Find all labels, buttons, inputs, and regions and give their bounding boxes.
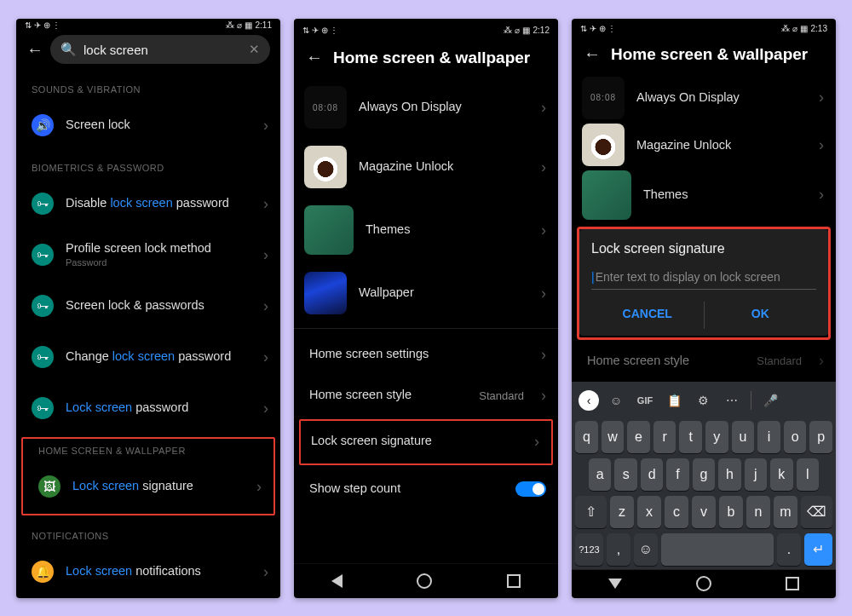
dialog-buttons: CANCEL OK — [591, 302, 816, 329]
nav-recent-icon[interactable] — [786, 577, 799, 590]
canvas: ⇅ ✈ ⊕ ⋮ ⁂ ⌀ ▦ 2:11 ← 🔍 lock screen ✕ SOU… — [0, 0, 852, 616]
biometrics-list: 🗝 Disable lock screen password › 🗝 Profi… — [16, 178, 280, 434]
row-wallpaper[interactable]: Wallpaper › — [294, 263, 558, 323]
row-screen-lock[interactable]: 🔊 Screen lock › — [16, 100, 280, 151]
key-d[interactable]: d — [641, 458, 663, 491]
back-button[interactable]: ← — [26, 40, 42, 60]
key-s[interactable]: s — [614, 458, 636, 491]
section-notifications: NOTIFICATIONS — [16, 519, 280, 546]
row-magazine-unlock[interactable]: Magazine Unlock › — [572, 122, 836, 169]
ok-button[interactable]: OK — [705, 302, 817, 329]
status-time: 2:13 — [811, 24, 827, 33]
key-g[interactable]: g — [693, 458, 715, 491]
row-label: Always On Display — [359, 100, 529, 114]
key-f[interactable]: f — [666, 458, 688, 491]
key-l[interactable]: l — [797, 458, 819, 491]
row-themes[interactable]: Themes › — [294, 197, 558, 263]
key-shift[interactable]: ⇧ — [575, 496, 607, 528]
nav-back-icon[interactable] — [331, 574, 343, 588]
key-y[interactable]: y — [705, 421, 728, 453]
chevron-right-icon: › — [263, 117, 268, 135]
page-title: Home screen & wallpaper — [611, 45, 808, 64]
row-screen-lock-passwords[interactable]: 🗝 Screen lock & passwords › — [16, 280, 280, 331]
key-v[interactable]: v — [692, 496, 716, 528]
row-label: Lock screen signature — [311, 434, 522, 448]
back-button[interactable]: ← — [306, 48, 321, 67]
row-aod[interactable]: 08:08 Always On Display › — [294, 78, 558, 137]
row-label: Screen lock — [66, 118, 251, 132]
row-themes[interactable]: Themes › — [572, 169, 836, 222]
row-ls-password[interactable]: 🗝 Lock screen password › — [16, 383, 280, 434]
key-z[interactable]: z — [610, 496, 634, 528]
key-k[interactable]: k — [770, 458, 792, 491]
key-o[interactable]: o — [784, 421, 807, 453]
key-enter[interactable]: ↵ — [804, 533, 832, 566]
step-count-toggle[interactable] — [515, 481, 546, 497]
row-label: Magazine Unlock — [359, 159, 529, 174]
nav-home-icon[interactable] — [696, 576, 711, 591]
kb-settings-icon[interactable]: ⚙ — [691, 389, 715, 412]
key-space[interactable] — [661, 533, 774, 566]
key-emoji[interactable]: ☺ — [634, 533, 658, 566]
key-m[interactable]: m — [774, 496, 797, 528]
section-home-wallpaper: HOME SCREEN & WALLPAPER — [23, 439, 273, 461]
row-profile-lock-method[interactable]: 🗝 Profile screen lock method Password › — [16, 229, 280, 280]
chevron-right-icon: › — [541, 158, 546, 176]
key-period[interactable]: . — [777, 533, 801, 566]
kb-sticker-icon[interactable]: ☺ — [604, 389, 628, 412]
key-backspace[interactable]: ⌫ — [801, 496, 832, 528]
nav-home-icon[interactable] — [417, 573, 432, 589]
phone-3-dialog-keyboard: ⇅ ✈ ⊕ ⋮ ⁂ ⌀ ▦ 2:13 ← Home screen & wallp… — [572, 19, 836, 598]
page-title: Home screen & wallpaper — [333, 49, 530, 67]
key-c[interactable]: c — [665, 496, 688, 528]
key-x[interactable]: x — [637, 496, 661, 528]
key-a[interactable]: a — [589, 458, 611, 491]
signature-input[interactable]: Enter text to display on lock screen — [591, 268, 816, 290]
key-n[interactable]: n — [746, 496, 770, 528]
search-value: lock screen — [83, 43, 242, 57]
kb-mic-icon[interactable]: 🎤 — [758, 389, 782, 412]
back-button[interactable]: ← — [584, 44, 599, 64]
kb-clipboard-icon[interactable]: 📋 — [662, 389, 686, 412]
row-aod[interactable]: 08:08 Always On Display › — [572, 74, 836, 121]
row-hs-style[interactable]: Home screen style Standard › — [294, 375, 558, 416]
key-u[interactable]: u — [732, 421, 755, 453]
lock-screen-signature-dialog: Lock screen signature Enter text to disp… — [579, 229, 828, 336]
row-ls-signature[interactable]: 🖼 Lock screen signature › — [23, 461, 273, 512]
key-p[interactable]: p — [809, 421, 832, 453]
search-input[interactable]: 🔍 lock screen ✕ — [50, 35, 270, 64]
row-label: Magazine Unlock — [636, 138, 807, 153]
row-magazine-unlock[interactable]: Magazine Unlock › — [294, 137, 558, 197]
key-j[interactable]: j — [745, 458, 767, 491]
key-symbols[interactable]: ?123 — [575, 533, 603, 566]
key-icon: 🗝 — [32, 397, 54, 419]
row-show-step-count[interactable]: Show step count — [294, 469, 558, 509]
row-change-ls-pw[interactable]: 🗝 Change lock screen password › — [16, 331, 280, 383]
nav-recent-icon[interactable] — [507, 574, 521, 588]
row-disable-ls-pw[interactable]: 🗝 Disable lock screen password › — [16, 178, 280, 229]
status-time: 2:12 — [533, 26, 550, 35]
row-label: Lock screen password — [66, 400, 251, 415]
kb-gif-button[interactable]: GIF — [633, 389, 657, 412]
kb-collapse-icon[interactable]: ‹ — [579, 390, 599, 411]
row-ls-notifications[interactable]: 🔔 Lock screen notifications › — [16, 546, 280, 597]
key-b[interactable]: b — [719, 496, 743, 528]
key-comma[interactable]: , — [607, 533, 630, 566]
kb-more-icon[interactable]: ⋯ — [720, 389, 744, 412]
key-q[interactable]: q — [575, 421, 598, 453]
row-label: Disable lock screen password — [66, 196, 251, 210]
section-sounds-vibration: SOUNDS & VIBRATION — [16, 72, 280, 100]
row-hs-settings[interactable]: Home screen settings › — [294, 334, 558, 375]
clear-search-icon[interactable]: ✕ — [249, 42, 260, 57]
key-i[interactable]: i — [757, 421, 780, 453]
row-lock-screen-signature[interactable]: Lock screen signature › — [301, 421, 551, 462]
key-h[interactable]: h — [718, 458, 740, 491]
key-e[interactable]: e — [627, 421, 650, 453]
nav-hide-keyboard-icon[interactable] — [608, 579, 622, 589]
key-w[interactable]: w — [602, 421, 625, 453]
key-t[interactable]: t — [679, 421, 702, 453]
row-label: Themes — [366, 222, 529, 237]
cancel-button[interactable]: CANCEL — [591, 302, 704, 329]
key-r[interactable]: r — [653, 421, 676, 453]
row-label: Wallpaper — [359, 285, 529, 300]
